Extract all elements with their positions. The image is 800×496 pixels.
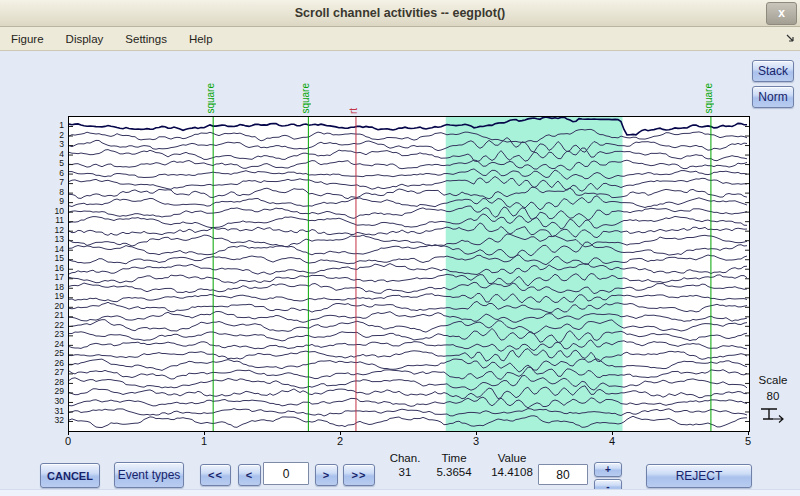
eeg-trace <box>69 129 747 142</box>
norm-button[interactable]: Norm <box>752 86 794 108</box>
channel-label: 32 <box>34 416 64 425</box>
eeg-trace <box>69 312 747 323</box>
x-tick-label: 3 <box>463 435 489 447</box>
event-label: square <box>205 83 217 114</box>
stack-button[interactable]: Stack <box>752 60 794 82</box>
cancel-button[interactable]: CANCEL <box>40 463 100 488</box>
channel-label: 1 <box>34 121 64 130</box>
amplitude-input[interactable] <box>538 464 588 485</box>
scale-marker-icon <box>758 406 786 424</box>
eeg-trace <box>69 367 747 379</box>
eeg-trace <box>69 340 747 352</box>
eeg-trace <box>69 138 747 153</box>
fast-backward-button[interactable]: << <box>200 464 231 486</box>
eeg-trace <box>69 386 747 399</box>
eeg-trace <box>69 294 747 303</box>
menu-item-display[interactable]: Display <box>55 27 115 50</box>
eeg-trace <box>69 264 747 275</box>
channel-label: 23 <box>34 330 64 339</box>
readout-chan-value: 31 <box>382 466 428 478</box>
eeg-trace <box>69 274 747 287</box>
scale-label: Scale <box>750 374 796 386</box>
window-titlebar: Scroll channel activities -- eegplot() <box>0 0 800 27</box>
fast-forward-button[interactable]: >> <box>343 464 375 486</box>
eeg-trace <box>69 359 747 372</box>
channel-label: 30 <box>34 397 64 406</box>
event-label: square <box>300 83 312 114</box>
eeg-trace <box>69 301 747 312</box>
eeg-trace <box>69 242 747 257</box>
channel-label: 5 <box>34 159 64 168</box>
eeg-traces-canvas[interactable] <box>69 117 749 431</box>
eeg-trace <box>69 282 747 293</box>
menubar: FigureDisplaySettingsHelp <box>0 27 800 51</box>
readout-chan-label: Chan. <box>382 452 428 464</box>
x-tick-label: 4 <box>599 435 625 447</box>
x-tick-label: 0 <box>55 435 81 447</box>
readout-time-label: Time <box>428 452 480 464</box>
eeg-trace <box>69 196 747 210</box>
eeg-trace <box>69 234 747 247</box>
channel-label: 9 <box>34 197 64 206</box>
readout-time-value: 5.3654 <box>428 466 480 478</box>
menu-item-help[interactable]: Help <box>178 27 224 50</box>
resize-icon <box>786 34 795 43</box>
close-button[interactable]: x <box>766 2 797 25</box>
channel-label: 3 <box>34 140 64 149</box>
cursor-readout: Chan. Time Value 31 5.3654 14.4108 <box>382 452 544 478</box>
eeg-trace <box>69 148 747 162</box>
reject-button[interactable]: REJECT <box>646 464 752 488</box>
event-types-button[interactable]: Event types <box>114 462 184 488</box>
eeg-trace <box>69 416 747 428</box>
channel-label: 17 <box>34 273 64 282</box>
eeg-trace <box>69 397 747 408</box>
eeg-trace <box>69 117 747 135</box>
x-tick-label: 1 <box>191 435 217 447</box>
channel-label: 19 <box>34 292 64 301</box>
eeg-trace <box>69 160 747 170</box>
channel-label: 15 <box>34 254 64 263</box>
eeg-plot[interactable] <box>68 116 750 432</box>
scale-increase-button[interactable]: + <box>594 462 622 477</box>
eeg-trace <box>69 349 747 362</box>
scale-value: 80 <box>750 390 796 402</box>
readout-value-value: 14.4108 <box>480 466 544 478</box>
menu-item-figure[interactable]: Figure <box>0 27 55 50</box>
eeg-trace <box>69 409 747 416</box>
step-backward-button[interactable]: < <box>238 464 261 486</box>
window-title: Scroll channel activities -- eegplot() <box>295 6 505 20</box>
eeg-trace <box>69 255 747 265</box>
event-label: rt <box>348 108 360 114</box>
step-forward-button[interactable]: > <box>315 464 338 486</box>
status-strip <box>0 489 800 496</box>
event-label: square <box>703 83 715 114</box>
close-icon: x <box>778 6 785 20</box>
channel-label: 7 <box>34 178 64 187</box>
channel-label: 21 <box>34 311 64 320</box>
readout-value-label: Value <box>480 452 544 464</box>
position-input[interactable] <box>263 462 309 485</box>
channel-label: 11 <box>34 216 64 225</box>
x-tick-label: 5 <box>735 435 761 447</box>
eeg-trace <box>69 320 747 334</box>
channel-label: 13 <box>34 235 64 244</box>
x-tick-label: 2 <box>327 435 353 447</box>
menu-item-settings[interactable]: Settings <box>114 27 178 50</box>
eeg-trace <box>69 169 747 180</box>
eeg-trace <box>69 177 747 192</box>
eeg-trace <box>69 206 747 220</box>
